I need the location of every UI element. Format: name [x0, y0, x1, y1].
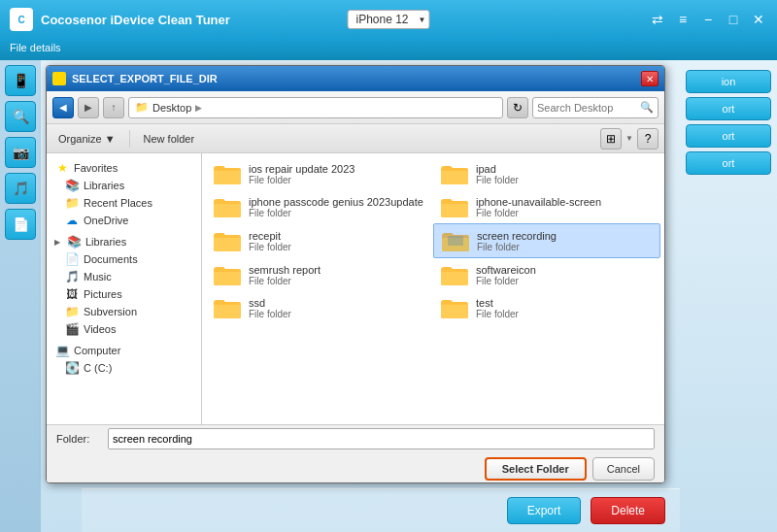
app-close-button[interactable]: ✕	[750, 12, 767, 27]
file-type: File folder	[249, 309, 427, 319]
file-name: semrush report	[249, 264, 427, 276]
documents-icon: 📄	[64, 252, 80, 266]
file-item[interactable]: recepitFile folder	[206, 223, 433, 258]
tree-documents[interactable]: 📄 Documents	[56, 250, 201, 268]
file-name: ios repair update 2023	[249, 163, 427, 175]
dialog-nav: ◀ ▶ ↑ 📁 Desktop ▶ ↻ 🔍	[47, 91, 664, 124]
tree-c-drive[interactable]: 💽 C (C:)	[56, 359, 201, 377]
file-item[interactable]: testFile folder	[433, 291, 660, 324]
minimize-button[interactable]: −	[699, 12, 717, 27]
folder-input[interactable]	[108, 428, 655, 449]
file-item[interactable]: iphone-unavailable-screenFile folder	[433, 190, 660, 223]
dialog-body: ★ Favorites 📚 Libraries 📁	[47, 153, 664, 424]
tree-recent-places[interactable]: 📁 Recent Places	[56, 194, 201, 212]
folder-svg-icon	[212, 194, 243, 219]
cancel-button[interactable]: Cancel	[592, 457, 655, 481]
tree-pictures[interactable]: 🖼 Pictures	[56, 285, 201, 303]
files-grid: ios repair update 2023File folder ipadFi…	[206, 157, 660, 324]
select-folder-button[interactable]: Select Folder	[485, 457, 587, 481]
folder-svg-icon	[212, 228, 243, 253]
tree-music[interactable]: 🎵 Music	[56, 268, 201, 285]
app-title: Cocosenor iDevice Clean Tuner	[41, 13, 230, 27]
file-type: File folder	[477, 242, 654, 252]
nav-back-button[interactable]: ◀	[52, 97, 74, 118]
dialog-title: SELECT_EXPORT_FILE_DIR	[72, 73, 641, 84]
tree-videos[interactable]: 🎬 Videos	[56, 320, 201, 338]
export-button[interactable]: Export	[507, 497, 582, 524]
file-name: ssd	[249, 297, 427, 309]
nav-up-button[interactable]: ↑	[103, 97, 124, 118]
right-sidebar: ion ort ort ort	[680, 60, 777, 532]
tree-computer[interactable]: 💻 Computer	[47, 342, 201, 359]
tree-favorites[interactable]: ★ Favorites	[47, 159, 201, 177]
file-item[interactable]: ios repair update 2023File folder	[206, 157, 433, 190]
right-btn-2[interactable]: ort	[686, 97, 771, 120]
folder-row: Folder:	[56, 428, 655, 449]
view-button[interactable]: ⊞	[600, 128, 622, 150]
file-item[interactable]: semrush reportFile folder	[206, 258, 433, 291]
file-item[interactable]: ssdFile folder	[206, 291, 433, 324]
nav-forward-button[interactable]: ▶	[78, 97, 99, 118]
onedrive-label: OneDrive	[84, 215, 128, 226]
dialog-title-bar: SELECT_EXPORT_FILE_DIR ✕	[47, 66, 664, 91]
folder-label: Folder:	[56, 433, 100, 445]
pictures-label: Pictures	[84, 288, 122, 300]
app-logo: C	[10, 8, 33, 31]
view-arrow: ▼	[625, 134, 633, 143]
sidebar-btn-1[interactable]: 📱	[5, 65, 36, 96]
file-name: softwareicon	[476, 264, 655, 276]
file-dialog: SELECT_EXPORT_FILE_DIR ✕ ◀ ▶ ↑ 📁 Desktop	[46, 65, 665, 483]
file-name: recepit	[249, 230, 427, 242]
search-input[interactable]	[537, 102, 638, 114]
dialog-close-button[interactable]: ✕	[641, 71, 659, 86]
folder-svg-icon	[212, 161, 243, 186]
library-icon: 📚	[64, 179, 80, 192]
new-folder-button[interactable]: New folder	[138, 131, 201, 147]
file-name: iphone passcode genius 2023update	[249, 196, 427, 208]
right-btn-3[interactable]: ort	[686, 124, 771, 148]
file-type: File folder	[476, 208, 655, 218]
sidebar-btn-4[interactable]: 🎵	[5, 173, 36, 204]
device-select[interactable]: iPhone 12	[348, 10, 430, 29]
file-info: softwareiconFile folder	[476, 264, 655, 286]
tree-libraries-section[interactable]: ▶ 📚 Libraries	[47, 233, 201, 250]
right-btn-4[interactable]: ort	[686, 151, 771, 175]
device-selector: iPhone 12 ▼	[348, 10, 430, 29]
tree-subversion[interactable]: 📁 Subversion	[56, 303, 201, 320]
file-type: File folder	[476, 276, 655, 286]
sidebar-btn-3[interactable]: 📷	[5, 137, 36, 168]
sidebar-btn-2[interactable]: 🔍	[5, 101, 36, 132]
folder-svg-icon	[439, 161, 470, 186]
pictures-icon: 🖼	[64, 287, 80, 301]
share-button[interactable]: ⇄	[649, 12, 666, 27]
file-item[interactable]: screen recordingFile folder	[433, 223, 660, 258]
file-item[interactable]: iphone passcode genius 2023updateFile fo…	[206, 190, 433, 223]
file-item[interactable]: softwareiconFile folder	[433, 258, 660, 291]
title-bar: C Cocosenor iDevice Clean Tuner iPhone 1…	[0, 0, 777, 39]
right-btn-1[interactable]: ion	[686, 70, 771, 93]
file-item[interactable]: ipadFile folder	[433, 157, 660, 190]
organize-label: Organize	[58, 133, 102, 145]
nav-search: 🔍	[532, 97, 659, 118]
search-icon: 🔍	[640, 101, 654, 114]
sidebar-btn-5[interactable]: 📄	[5, 209, 36, 240]
organize-button[interactable]: Organize ▼	[52, 131, 121, 147]
menu-button[interactable]: ≡	[674, 12, 692, 27]
tree-onedrive[interactable]: ☁ OneDrive	[56, 212, 201, 229]
nav-path: 📁 Desktop ▶	[128, 97, 503, 118]
center-area: SELECT_EXPORT_FILE_DIR ✕ ◀ ▶ ↑ 📁 Desktop	[41, 60, 680, 532]
computer-label: Computer	[74, 345, 120, 356]
delete-button[interactable]: Delete	[591, 497, 665, 524]
libraries-label: Libraries	[84, 180, 124, 191]
help-button[interactable]: ?	[637, 128, 659, 150]
nav-refresh-button[interactable]: ↻	[507, 97, 528, 118]
music-label: Music	[84, 271, 112, 283]
file-type: File folder	[249, 175, 427, 185]
computer-section: 💻 Computer 💽 C (C:)	[47, 340, 201, 379]
maximize-button[interactable]: □	[725, 12, 742, 27]
folder-svg-icon	[440, 228, 471, 253]
tree-libraries[interactable]: 📚 Libraries	[56, 177, 201, 194]
subversion-label: Subversion	[84, 306, 137, 317]
expand-icon: ▶	[54, 238, 60, 247]
subversion-icon: 📁	[64, 305, 80, 318]
